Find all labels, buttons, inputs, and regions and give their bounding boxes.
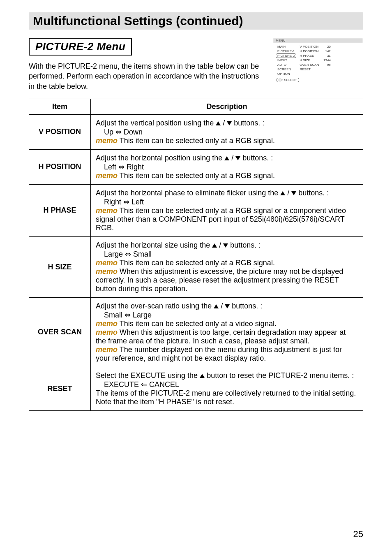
arrow-both-icon <box>115 128 122 136</box>
description-cell: Adjust the vertical position using the /… <box>91 114 363 149</box>
page-title-bar: Multifunctional Settings (continued) <box>29 12 363 30</box>
table-row: H PHASEAdjust the horizontal phase to el… <box>29 184 363 236</box>
arrow-both-icon <box>123 198 129 206</box>
osd-category-item: SCREEN <box>276 67 296 72</box>
memo-label: memo <box>96 137 118 145</box>
triangle-down-icon <box>223 243 228 248</box>
triangle-down-icon <box>235 156 240 160</box>
memo-label: memo <box>96 320 118 328</box>
osd-category-item: OPTION <box>276 72 296 76</box>
description-cell: Adjust the horizontal position using the… <box>91 149 363 184</box>
item-cell: H PHASE <box>29 184 91 236</box>
osd-footer: : SELECT <box>277 78 299 82</box>
arrow-both-icon <box>125 250 131 258</box>
osd-param-row: H PHASE31 <box>300 53 331 58</box>
triangle-up-icon <box>280 191 285 195</box>
arrow-both-icon <box>125 311 131 319</box>
osd-body: MAINPICTURE-1PICTURE-2INPUTAUTOSCREENOPT… <box>273 43 363 78</box>
page-title: Multifunctional Settings (continued) <box>33 14 359 28</box>
item-cell: H SIZE <box>29 236 91 297</box>
intro-paragraph: With the PICTURE-2 menu, the items shown… <box>29 61 265 91</box>
osd-param-label: H SIZE <box>300 58 310 62</box>
osd-param-value: 142 <box>325 49 330 53</box>
osd-category-item: INPUT <box>276 58 296 63</box>
table-row: H SIZEAdjust the horizontal size using t… <box>29 236 363 297</box>
item-cell: V POSITION <box>29 114 91 149</box>
page-number: 25 <box>353 529 363 540</box>
osd-footer-wrap: : SELECT <box>273 78 363 85</box>
osd-param-value: 95 <box>327 63 331 67</box>
col-header-item: Item <box>29 99 91 114</box>
osd-param-column: V POSITION20H POSITION142H PHASE31H SIZE… <box>300 44 331 76</box>
osd-param-label: H POSITION <box>300 49 318 53</box>
osd-param-row: RESET <box>300 67 331 72</box>
arrow-left-icon <box>141 380 147 389</box>
osd-param-label: H PHASE <box>300 54 314 58</box>
osd-menu-graphic: MENU MAINPICTURE-1PICTURE-2INPUTAUTOSCRE… <box>273 38 363 85</box>
osd-param-row: H POSITION142 <box>300 49 331 53</box>
osd-param-row: V POSITION20 <box>300 44 331 49</box>
memo-label: memo <box>96 171 118 180</box>
triangle-up-icon <box>224 156 229 160</box>
item-cell: OVER SCAN <box>29 297 91 367</box>
osd-param-label: V POSITION <box>300 45 318 49</box>
osd-category-column: MAINPICTURE-1PICTURE-2INPUTAUTOSCREENOPT… <box>276 44 296 76</box>
table-row: OVER SCANAdjust the over-scan ratio usin… <box>29 297 363 367</box>
triangle-up-icon <box>200 374 205 378</box>
osd-category-item: MAIN <box>276 44 296 49</box>
osd-param-value: 1344 <box>323 58 331 62</box>
osd-category-item: PICTURE-1 <box>276 49 296 53</box>
osd-param-row: OVER SCAN95 <box>300 63 331 67</box>
osd-param-label: RESET <box>300 67 311 71</box>
description-cell: Adjust the over-scan ratio using the / b… <box>91 297 363 367</box>
item-cell: RESET <box>29 367 91 410</box>
triangle-down-icon <box>225 304 230 308</box>
item-cell: H POSITION <box>29 149 91 184</box>
section-heading: PICTURE-2 Menu <box>35 40 125 53</box>
header-block: PICTURE-2 Menu With the PICTURE-2 menu, … <box>29 38 363 91</box>
osd-param-value: 20 <box>327 45 331 49</box>
memo-label: memo <box>96 259 118 267</box>
memo-label: memo <box>96 206 118 215</box>
memo-label: memo <box>96 328 118 336</box>
col-header-description: Description <box>91 99 363 114</box>
section-heading-box: PICTURE-2 Menu <box>29 38 132 56</box>
settings-table: Item Description V POSITIONAdjust the ve… <box>29 99 363 411</box>
joystick-icon <box>279 79 281 81</box>
osd-category-item: PICTURE-2 <box>276 53 296 58</box>
memo-label: memo <box>96 267 118 276</box>
description-cell: Adjust the horizontal size using the / b… <box>91 236 363 297</box>
description-cell: Select the EXECUTE using the button to r… <box>91 367 363 410</box>
arrow-both-icon <box>118 163 125 171</box>
table-row: H POSITIONAdjust the horizontal position… <box>29 149 363 184</box>
osd-footer-text: : SELECT <box>282 78 297 82</box>
osd-category-item: AUTO <box>276 63 296 67</box>
triangle-up-icon <box>214 304 219 308</box>
memo-label: memo <box>96 345 118 354</box>
osd-param-row: H SIZE1344 <box>300 58 331 63</box>
description-cell: Adjust the horizontal phase to eliminate… <box>91 184 363 236</box>
table-row: RESETSelect the EXECUTE using the button… <box>29 367 363 410</box>
table-row: V POSITIONAdjust the vertical position u… <box>29 114 363 149</box>
osd-param-value: 31 <box>327 54 331 58</box>
triangle-up-icon <box>216 121 221 125</box>
triangle-up-icon <box>212 243 217 248</box>
triangle-down-icon <box>291 191 296 195</box>
osd-header: MENU <box>273 38 363 43</box>
triangle-down-icon <box>227 121 232 125</box>
header-left: PICTURE-2 Menu With the PICTURE-2 menu, … <box>29 38 265 91</box>
osd-param-label: OVER SCAN <box>300 63 319 67</box>
